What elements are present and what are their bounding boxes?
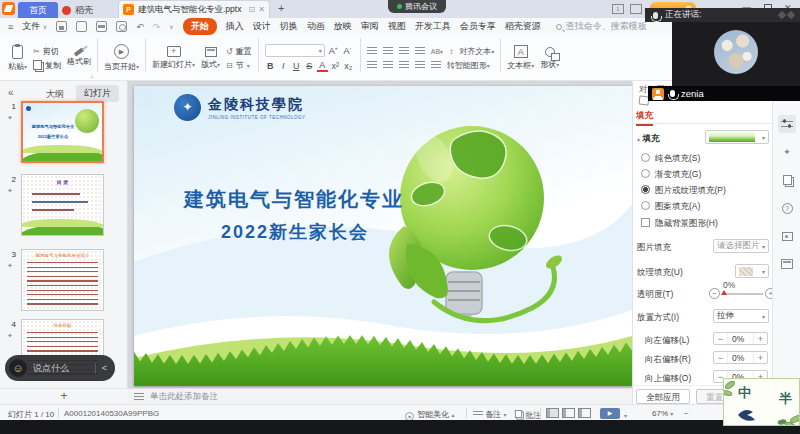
strip-pages-icon[interactable] [778, 171, 796, 189]
zoom-level[interactable]: 67% ▾ [652, 409, 673, 418]
layout-button[interactable]: 版式▾ [201, 47, 220, 70]
undo-icon[interactable]: ↶ [136, 22, 144, 32]
slide-title-line1[interactable]: 建筑电气与智能化专业 [162, 186, 426, 213]
fill-option-pattern[interactable]: 图案填充(A) [641, 201, 700, 213]
meeting-dock-pill[interactable]: 腾讯会议 [388, 0, 446, 13]
quickbar-more-icon[interactable]: ∨ [169, 23, 173, 30]
slide-thumbnail-1[interactable]: 建筑电气与智能化专业 2022新生家长会 [21, 101, 104, 163]
slide-canvas[interactable]: ✦ 金陵科技學院 JINLING INSTITUTE OF TECHNOLOGY… [134, 86, 632, 386]
play-options-icon[interactable]: ▾ [624, 412, 627, 419]
paste-button[interactable]: 粘贴▾ [8, 45, 27, 72]
file-menu[interactable]: 文件 ∨ [22, 20, 47, 33]
hamburger-menu-icon[interactable]: ≡ [8, 22, 13, 32]
hide-background-checkbox[interactable]: 隐藏背景图形(H) [641, 218, 718, 230]
strip-properties-icon[interactable] [778, 115, 796, 133]
notes-placeholder[interactable]: 单击此处添加备注 [150, 391, 218, 403]
arrange-windows-icon[interactable] [630, 4, 642, 14]
notes-bar[interactable]: 单击此处添加备注 [128, 388, 632, 404]
print-icon[interactable] [96, 21, 107, 32]
tab-review[interactable]: 审阅 [361, 20, 379, 33]
text-direction-icon[interactable]: AB▾ [431, 48, 443, 55]
docer-tab[interactable]: 稻壳 [62, 2, 93, 18]
tab-devtools[interactable]: 开发工具 [415, 20, 451, 33]
zoom-out-icon[interactable]: − [684, 409, 689, 418]
tab-insert[interactable]: 插入 [226, 20, 244, 33]
reset-button[interactable]: ↺重置 [226, 46, 252, 57]
emoji-icon[interactable]: ☺ [9, 359, 27, 377]
strikethrough-button[interactable]: S [304, 61, 315, 71]
justify-icon[interactable] [415, 61, 425, 69]
copy-button[interactable]: 复制 [33, 60, 61, 71]
tab-slideshow[interactable]: 放映 [334, 20, 352, 33]
play-from-current-button[interactable]: ▶当页开始▾ [104, 44, 139, 72]
italic-button[interactable]: I [278, 61, 289, 71]
notes-toggle-button[interactable]: 备注 ▾ [473, 409, 506, 420]
superscript-button[interactable]: x² [330, 61, 341, 71]
slide-title-line2[interactable]: 2022新生家长会 [180, 220, 410, 244]
font-color-button[interactable]: A [317, 60, 328, 72]
shrink-font-icon[interactable]: A- [342, 45, 353, 56]
tab-design[interactable]: 设计 [253, 20, 271, 33]
subscript-button[interactable]: x₂ [343, 61, 354, 71]
slide-sorter-icon[interactable] [562, 408, 575, 418]
texture-fill-dropdown[interactable]: ▾ [735, 264, 769, 278]
offset-left-stepper[interactable]: −0%+ [713, 332, 768, 345]
strip-help-icon[interactable]: ? [778, 199, 796, 217]
grow-font-icon[interactable]: A+ [328, 45, 339, 56]
home-tab[interactable]: 首页 [18, 2, 58, 18]
shape-button[interactable]: 形状▾ [540, 47, 559, 70]
fill-preset-dropdown[interactable]: ▾ [705, 130, 769, 144]
apply-all-button[interactable]: 全部应用 [636, 389, 690, 404]
group-expander-icon[interactable]: ⌟ [90, 71, 93, 78]
picture-fill-dropdown[interactable]: 请选择图片▾ [713, 239, 769, 253]
tab-transition[interactable]: 切换 [280, 20, 298, 33]
add-slide-button[interactable]: + [60, 389, 67, 403]
command-search[interactable]: 查找命令、搜索模板 [556, 20, 647, 33]
save-icon[interactable] [56, 21, 67, 32]
fill-option-gradient[interactable]: 渐变填充(G) [641, 169, 701, 181]
slideshow-play-button[interactable]: ▶ [600, 408, 620, 419]
format-painter-button[interactable]: 格式刷 [67, 50, 91, 67]
strip-selection-icon[interactable] [778, 255, 796, 273]
new-slide-button[interactable]: +新建幻灯片▾ [152, 46, 195, 70]
bullets-icon[interactable] [367, 47, 377, 55]
strip-image-icon[interactable] [778, 227, 796, 245]
reading-view-icon[interactable] [578, 408, 591, 418]
normal-view-icon[interactable] [546, 408, 559, 418]
transparency-track[interactable] [723, 293, 763, 295]
chat-placeholder[interactable]: 说点什么 [33, 362, 89, 375]
meeting-chat-bubble[interactable]: ☺ 说点什么 < [5, 355, 115, 381]
offset-right-stepper[interactable]: −0%+ [713, 351, 768, 364]
meeting-speaking-bar[interactable]: 正在讲话: [645, 8, 800, 22]
font-name-select[interactable]: ▾ [265, 44, 325, 57]
tab-animation[interactable]: 动画 [307, 20, 325, 33]
tab-view[interactable]: 视图 [388, 20, 406, 33]
desktop-widget[interactable]: 中 半 [723, 378, 800, 426]
align-left-icon[interactable] [367, 61, 377, 69]
document-tab[interactable]: P 建筑电气与智能化专业.pptx ⊡ ✕ [118, 0, 270, 18]
print-preview-icon[interactable] [116, 21, 127, 32]
slideshow-window-icon[interactable]: 1 [612, 4, 624, 14]
new-tab-button[interactable]: + [278, 2, 284, 14]
tab-start[interactable]: 开始 [183, 18, 217, 35]
bold-button[interactable]: B [265, 61, 276, 71]
collapse-chat-icon[interactable]: < [102, 363, 107, 373]
increase-indent-icon[interactable] [415, 47, 425, 55]
meeting-video-window[interactable] [672, 22, 800, 86]
to-smartart-button[interactable]: 转智能图形▾ [447, 60, 490, 71]
cut-button[interactable]: ✂剪切 [33, 46, 61, 57]
decrease-indent-icon[interactable] [399, 47, 409, 55]
collapse-panel-icon[interactable]: « [8, 87, 14, 98]
textbox-button[interactable]: A文本框▾ [507, 45, 534, 71]
underline-button[interactable]: U [291, 61, 302, 71]
line-spacing-icon[interactable] [431, 61, 441, 69]
transparency-minus-icon[interactable]: − [709, 288, 720, 299]
section-button[interactable]: ⊟节▾ [226, 60, 252, 71]
placement-dropdown[interactable]: 拉伸▾ [713, 309, 769, 323]
slides-tab[interactable]: 幻灯片 [76, 85, 119, 102]
tab-member[interactable]: 会员专享 [460, 20, 496, 33]
tab-docer-resources[interactable]: 稻壳资源 [505, 20, 541, 33]
tab-close-icon[interactable]: ✕ [258, 5, 265, 14]
align-right-icon[interactable] [399, 61, 409, 69]
wps-logo-icon[interactable] [2, 2, 15, 15]
